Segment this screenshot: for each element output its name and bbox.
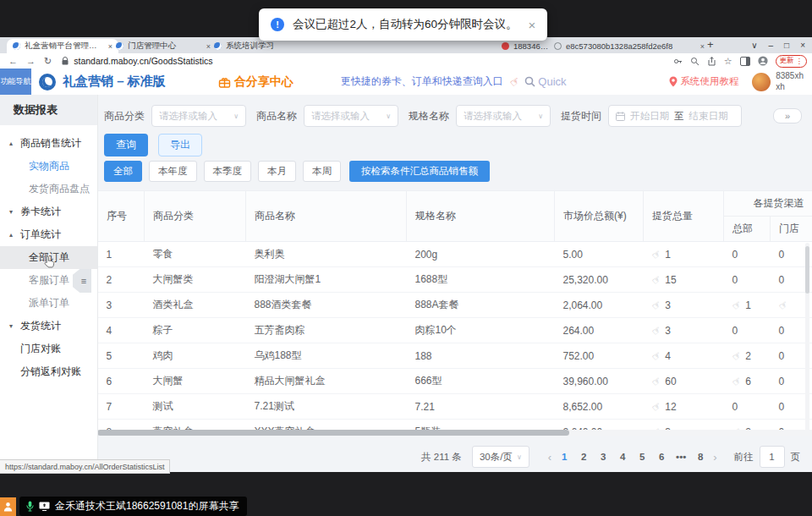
- tab-title: 礼盒营销平台管理中心: [25, 41, 103, 52]
- export-button[interactable]: 导出: [158, 134, 202, 156]
- spec-placeholder: 请选择或输入: [464, 110, 522, 123]
- cell-category: 大闸蟹: [145, 369, 246, 394]
- sidebar-item[interactable]: ▴订单统计: [0, 223, 97, 246]
- name-select[interactable]: 请选择或输入 ∨: [304, 105, 398, 127]
- category-filter-label: 商品分类: [104, 109, 145, 124]
- quick-search-icon: [524, 76, 535, 87]
- cell-value: 12: [665, 401, 676, 413]
- calendar-icon: [616, 112, 625, 121]
- sidebar-item[interactable]: 分销返利对账: [0, 360, 97, 383]
- goto-page-input[interactable]: 1: [760, 446, 785, 468]
- tab-search-chevron-icon[interactable]: ∨: [751, 41, 757, 50]
- cell-no: 5: [98, 343, 145, 369]
- user-avatar[interactable]: [752, 73, 771, 91]
- cell-name: 7.21测试: [246, 394, 407, 420]
- page-number[interactable]: 5: [636, 452, 648, 462]
- sidebar-item[interactable]: ▾券卡统计: [0, 200, 97, 223]
- sidebar-item[interactable]: ▾发货统计: [0, 315, 97, 338]
- browser-tab-training[interactable]: 系统培训学习: [208, 39, 315, 53]
- expand-filters-button[interactable]: »: [773, 108, 802, 124]
- reload-button[interactable]: ↻: [44, 56, 52, 67]
- browser-tab-store-admin[interactable]: 门店管理中心 ×: [110, 39, 217, 53]
- zoom-icon[interactable]: [690, 57, 700, 66]
- cell-value: 0: [732, 401, 738, 413]
- cell-hq: 0: [724, 267, 771, 293]
- quick-entry[interactable]: 更快捷的券卡、订单和快递查询入口 ☞ Quick: [341, 74, 567, 89]
- sidebar-item[interactable]: 实物商品: [0, 155, 97, 178]
- page-size-select[interactable]: 30条/页 ∨: [472, 446, 529, 468]
- pick-hand-icon[interactable]: ☞: [649, 399, 663, 414]
- globe-icon: [554, 42, 562, 50]
- back-button[interactable]: ←: [8, 56, 18, 66]
- pick-hand-icon[interactable]: ☞: [649, 374, 663, 389]
- vertical-scrollbar[interactable]: [805, 243, 809, 434]
- tab-close-icon[interactable]: ×: [700, 42, 705, 51]
- profile-icon[interactable]: [758, 56, 768, 66]
- range-tab[interactable]: 本年度: [149, 161, 197, 182]
- cell-no: 1: [98, 242, 145, 267]
- category-select[interactable]: 请选择或输入 ∨: [151, 105, 246, 127]
- range-tab[interactable]: 本季度: [204, 161, 252, 182]
- page-number[interactable]: 2: [578, 452, 590, 462]
- window-minimize-button[interactable]: –: [769, 41, 774, 50]
- sidebar-item-label: 发货统计: [20, 319, 61, 333]
- pick-hand-icon[interactable]: ☞: [649, 323, 663, 338]
- cell-spec: 1688型: [407, 267, 555, 293]
- sidebar-item[interactable]: 门店对账: [0, 338, 97, 360]
- browser-tab-gift-admin[interactable]: 礼盒营销平台管理中心 ×: [7, 39, 118, 53]
- key-icon[interactable]: [673, 57, 683, 66]
- query-button[interactable]: 查询: [104, 134, 148, 156]
- page-number[interactable]: 8: [694, 452, 706, 462]
- prev-page-button[interactable]: ‹: [548, 451, 551, 464]
- page-number[interactable]: 3: [597, 452, 609, 462]
- share-icon[interactable]: [707, 57, 716, 66]
- url-text[interactable]: standard.maboy.cn/GoodsStatistics: [74, 56, 212, 66]
- date-range-picker[interactable]: 开始日期 至 结束日期: [608, 105, 742, 127]
- page-number[interactable]: 4: [617, 452, 628, 462]
- sidebar-collapse-handle[interactable]: ≡: [73, 269, 91, 293]
- forward-button[interactable]: →: [26, 56, 36, 66]
- sidebar-item[interactable]: 发货商品盘点: [0, 178, 97, 200]
- page-number[interactable]: 6: [656, 452, 667, 462]
- window-close-button[interactable]: ×: [800, 41, 805, 50]
- browser-menu-icon[interactable]: ⋮: [796, 57, 804, 65]
- range-tab[interactable]: 全部: [104, 161, 142, 182]
- pick-hand-icon[interactable]: ☞: [729, 349, 743, 364]
- page-unit-label: 页: [791, 451, 801, 464]
- side-panel-icon[interactable]: [740, 57, 750, 66]
- pick-hand-icon[interactable]: ☞: [776, 298, 790, 313]
- sidebar-item[interactable]: ▴商品销售统计: [0, 132, 97, 155]
- bookmark-star-icon[interactable]: ☆: [724, 56, 732, 67]
- pick-hand-icon[interactable]: ☞: [729, 374, 743, 389]
- sidebar-item-label: 门店对账: [20, 342, 61, 356]
- function-nav-toggle[interactable]: 功能导航: [0, 69, 31, 95]
- spec-select[interactable]: 请选择或输入 ∨: [456, 105, 551, 127]
- horizontal-scrollbar-thumb[interactable]: [97, 430, 569, 436]
- pick-hand-icon[interactable]: ☞: [649, 298, 663, 313]
- page-number[interactable]: 1: [558, 452, 570, 462]
- sidebar-item-label: 客服订单: [29, 273, 69, 288]
- new-tab-button[interactable]: +: [707, 38, 714, 51]
- browser-tab-hash[interactable]: e8c573080b1328a258fd2e6f8 ×: [548, 39, 710, 53]
- page-number[interactable]: •••: [675, 452, 687, 462]
- pick-hand-icon[interactable]: ☞: [729, 298, 743, 313]
- end-date-placeholder: 结束日期: [689, 110, 728, 123]
- range-tab[interactable]: 本月: [258, 161, 296, 182]
- sidebar-item[interactable]: 派单订单: [0, 292, 97, 315]
- horizontal-scrollbar[interactable]: [97, 430, 812, 436]
- vertical-scrollbar-thumb[interactable]: [805, 246, 809, 294]
- pick-hand-icon[interactable]: ☞: [649, 349, 663, 364]
- tutorial-link[interactable]: 系统使用教程: [669, 75, 738, 88]
- window-maximize-button[interactable]: □: [784, 41, 789, 50]
- browser-update-button[interactable]: 更新 ⋮: [776, 55, 808, 68]
- notification-close-icon[interactable]: ×: [529, 18, 536, 32]
- pick-hand-icon[interactable]: ☞: [649, 247, 663, 262]
- summary-button[interactable]: 按检索条件汇总商品销售额: [349, 161, 490, 182]
- page-numbers: 123456•••8: [558, 452, 706, 462]
- sidebar-item-label: 派单订单: [29, 296, 69, 310]
- browser-tab-meeting[interactable]: 18834660: [496, 39, 555, 53]
- pick-hand-icon[interactable]: ☞: [649, 272, 663, 288]
- range-tab[interactable]: 本周: [303, 161, 341, 182]
- share-center-link[interactable]: 合分享中心: [218, 74, 294, 90]
- next-page-button[interactable]: ›: [713, 451, 716, 464]
